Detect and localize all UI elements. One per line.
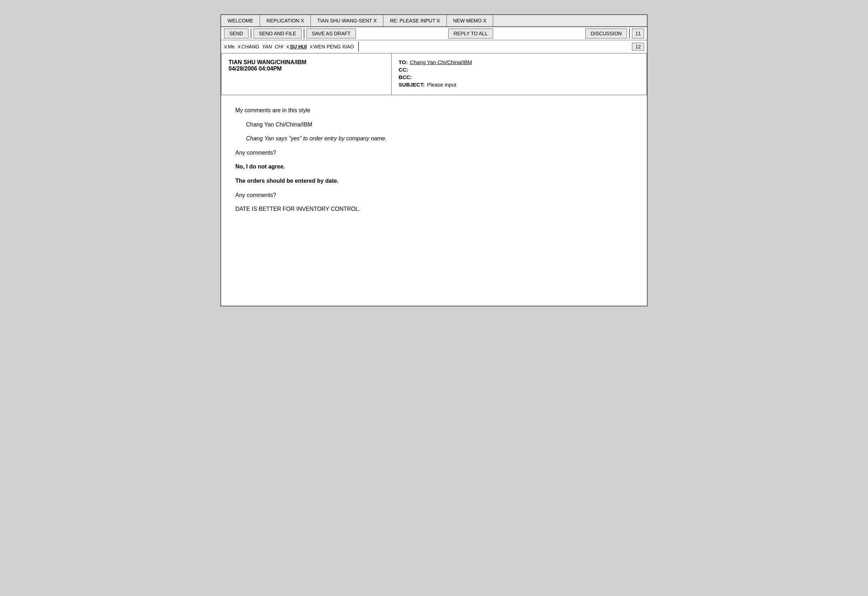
recipients-divider [358,42,359,52]
body-line-3: Chang Yan says “yes” to order entry by c… [235,134,633,143]
body-line-2: Chang Yan Chi/China/IBM [235,120,633,129]
recipient-chang-name: CHANG YAN CHI [241,44,283,50]
to-field: TO: Chang Yan Chi/China/IBM [399,59,639,65]
email-body: My comments are in this style Chang Yan … [221,95,647,229]
body-line-8: DATE IS BETTER FOR INVENTORY CONTROL. [235,204,633,214]
toolbar-divider-3 [629,28,630,38]
tab-welcome[interactable]: WELCOME [221,15,260,27]
send-and-file-button[interactable]: SEND AND FILE [254,28,301,38]
cc-label: CC: [399,67,408,72]
recipient-chang-x[interactable]: X [238,44,241,50]
toolbar: SEND SEND AND FILE SAVE AS DRAFT REPLY T… [221,27,647,40]
email-header-right: TO: Chang Yan Chi/China/IBM CC: BCC: SUB… [392,53,647,95]
tab-bar: WELCOME REPLICATION X TIAN SHU WANG-SENT… [221,15,647,27]
discussion-label: DISCUSSION [585,28,627,38]
recipients-bar: X Me X CHANG YAN CHI X SU HUI X WEN PENG… [221,40,647,53]
save-as-draft-button[interactable]: SAVE AS DRAFT [307,28,356,38]
subject-label: SUBJECT: [399,81,425,88]
recipient-me-x[interactable]: X [224,44,227,50]
send-button[interactable]: SEND [224,28,248,38]
bcc-field: BCC: [399,74,639,80]
tab-replication[interactable]: REPLICATION X [260,15,311,27]
recipient-me: X Me [224,44,235,50]
recipient-wen-peng-name: WEN PENG XIAO [314,44,354,50]
bcc-label: BCC: [399,74,412,80]
discussion-count: 11 [632,28,644,38]
recipient-chang: X CHANG YAN CHI [238,44,283,50]
toolbar-divider-2 [304,28,304,38]
recipient-me-name: Me [228,44,235,50]
body-line-5: No, I do not agree. [235,162,633,172]
recipients-count: 12 [632,43,644,50]
toolbar-divider-1 [251,28,251,38]
recipient-wen-peng-x[interactable]: X [310,44,313,50]
subject-value: Please input [427,81,456,88]
tab-new-memo[interactable]: NEW MEMO X [447,15,493,27]
to-value: Chang Yan Chi/China/IBM [410,59,472,65]
body-line-1: My comments are in this style [235,106,633,115]
tab-re-please-input[interactable]: RE: PLEASE INPUT X [384,15,447,27]
recipient-su-hui-name: SU HUI [290,44,307,50]
tab-tian-shu-wang[interactable]: TIAN SHU WANG-SENT X [311,15,384,27]
recipient-su-hui: X SU HUI [286,44,307,50]
cc-field: CC: [399,67,639,72]
sender-date: 04/28/2006 04:04PM [229,65,384,72]
sender-name: TIAN SHU WANG/CHINA/IBM [229,59,384,65]
recipient-su-hui-x[interactable]: X [286,44,289,50]
reply-to-all-button[interactable]: REPLY TO ALL [448,28,493,38]
email-header: TIAN SHU WANG/CHINA/IBM 04/28/2006 04:04… [221,53,647,95]
subject-field: SUBJECT: Please input [399,81,639,88]
email-header-left: TIAN SHU WANG/CHINA/IBM 04/28/2006 04:04… [221,53,392,95]
body-line-4: Any comments? [235,148,633,157]
main-window: WELCOME REPLICATION X TIAN SHU WANG-SENT… [220,14,648,306]
to-label: TO: [399,59,408,65]
body-line-6: The orders should be entered by date. [235,176,633,186]
body-line-7: Any comments? [235,191,633,200]
recipient-wen-peng: X WEN PENG XIAO [310,44,354,50]
